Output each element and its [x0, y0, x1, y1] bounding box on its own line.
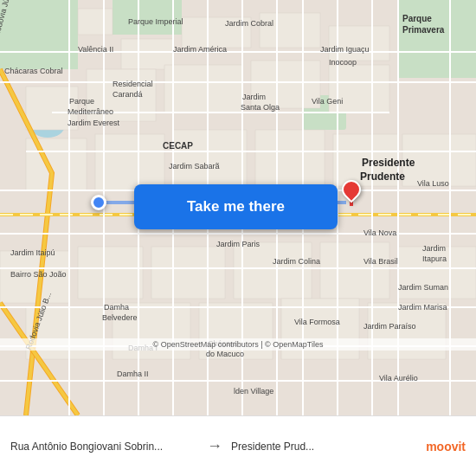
svg-text:Parque: Parque — [402, 14, 432, 23]
svg-text:Vila Brasil: Vila Brasil — [363, 257, 398, 266]
svg-text:Jardim Cobral: Jardim Cobral — [225, 19, 273, 28]
svg-text:Jardim Marisa: Jardim Marisa — [398, 303, 447, 312]
svg-text:Vila Geni: Vila Geni — [312, 97, 343, 106]
svg-text:Residencial: Residencial — [113, 80, 153, 88]
svg-text:Jardim Sabarã: Jardim Sabarã — [169, 162, 220, 170]
moovit-brand-text: moovit — [426, 440, 466, 453]
svg-text:Jardim: Jardim — [242, 93, 266, 101]
svg-text:Jardim Itaipú: Jardim Itaipú — [10, 248, 55, 257]
svg-text:Jardim América: Jardim América — [173, 45, 227, 54]
svg-rect-7 — [78, 9, 113, 35]
svg-rect-4 — [398, 0, 476, 78]
svg-text:Carandá: Carandá — [113, 90, 143, 99]
svg-text:Damha: Damha — [104, 303, 129, 312]
svg-text:Damha II: Damha II — [117, 370, 149, 378]
take-me-there-button[interactable]: Take me there — [134, 184, 338, 229]
svg-text:do Macuco: do Macuco — [206, 350, 244, 358]
svg-rect-26 — [234, 242, 312, 299]
route-from-label: Rua Antônio Bongiovani Sobrin... — [10, 441, 198, 453]
svg-rect-19 — [173, 130, 247, 186]
svg-rect-14 — [164, 65, 242, 113]
svg-text:Jardim Everest: Jardim Everest — [68, 119, 120, 127]
svg-text:Prudente: Prudente — [360, 170, 405, 183]
svg-text:lden Village: lden Village — [234, 387, 273, 396]
svg-text:CECAP: CECAP — [163, 141, 193, 151]
svg-text:Vila Aurélio: Vila Aurélio — [379, 374, 418, 383]
svg-text:Jardim Colina: Jardim Colina — [273, 257, 320, 266]
svg-text:Jardim: Jardim — [422, 244, 446, 253]
svg-rect-1 — [0, 0, 78, 69]
svg-text:Mediterrâneo: Mediterrâneo — [68, 107, 113, 116]
svg-text:Jardim Paraíso: Jardim Paraíso — [363, 322, 416, 331]
route-to-label: Presidente Prud... — [231, 441, 419, 453]
svg-text:Chácaras Cobral: Chácaras Cobral — [4, 67, 63, 75]
svg-text:Vila Nova: Vila Nova — [363, 228, 396, 237]
svg-text:Belvedere: Belvedere — [102, 313, 138, 322]
svg-text:Jardim Suman: Jardim Suman — [398, 283, 448, 292]
svg-rect-17 — [26, 138, 87, 190]
svg-text:Santa Olga: Santa Olga — [241, 103, 280, 112]
svg-text:Parque Imperial: Parque Imperial — [128, 17, 183, 26]
svg-text:Jardim Iguaçu: Jardim Iguaçu — [320, 45, 370, 54]
svg-text:Itapura: Itapura — [422, 254, 447, 263]
svg-text:Valência II: Valência II — [78, 45, 113, 54]
map-attribution: © OpenStreetMap contributors | © OpenMap… — [0, 338, 476, 351]
svg-rect-18 — [95, 134, 164, 190]
origin-location-dot — [91, 195, 106, 210]
svg-text:Parque: Parque — [69, 97, 94, 106]
svg-rect-20 — [255, 130, 325, 186]
svg-text:Vila Luso: Vila Luso — [417, 179, 449, 188]
destination-pin — [342, 180, 361, 206]
moovit-logo: moovit — [426, 440, 466, 453]
svg-rect-10 — [260, 13, 320, 48]
map-container: Rodovia Júlio Budisk... Parque Imperial … — [0, 0, 476, 415]
route-arrow-icon: → — [207, 437, 222, 455]
bottom-bar: Rua Antônio Bongiovani Sobrin... → Presi… — [0, 415, 476, 476]
svg-text:Jardim Paris: Jardim Paris — [216, 240, 261, 248]
svg-text:Inocoop: Inocoop — [329, 58, 357, 67]
svg-rect-24 — [78, 247, 143, 299]
svg-text:Bairro São João: Bairro São João — [10, 270, 67, 279]
svg-rect-27 — [320, 242, 389, 299]
svg-text:Presidente: Presidente — [362, 157, 415, 169]
svg-rect-25 — [151, 247, 225, 299]
svg-text:Vila Formosa: Vila Formosa — [294, 318, 340, 326]
svg-text:Primavera: Primavera — [402, 25, 445, 35]
